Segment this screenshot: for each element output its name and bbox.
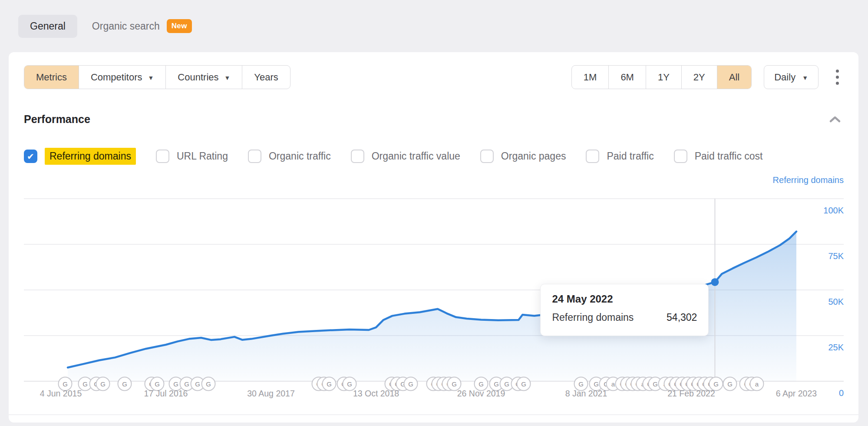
checkbox-label: Organic pages [501, 150, 566, 162]
update-marker-letter: G [195, 380, 200, 388]
update-marker-letter: G [521, 380, 526, 388]
series-legend-label: Referring domains [773, 175, 844, 185]
tooltip-metric-label: Referring domains [552, 312, 634, 323]
period-button-group: 1M 6M 1Y 2Y All [571, 65, 752, 89]
checkbox-icon: ✔ [24, 150, 37, 163]
chart-toolbar: Metrics Competitors ▼ Countries ▼ Years … [24, 65, 844, 89]
granularity-dropdown-label: Daily [774, 72, 795, 83]
hovered-data-point[interactable] [711, 278, 719, 286]
period-1m-label: 1M [584, 72, 597, 83]
y-axis-label: 0 [839, 388, 844, 398]
metric-checkbox-row: ✔ Referring domains ✔ URL Rating ✔ Organ… [24, 148, 763, 165]
checkbox-icon: ✔ [480, 150, 494, 163]
period-6m-label: 6M [620, 72, 634, 83]
y-axis-label: 25K [828, 343, 844, 353]
update-marker-letter: a [611, 380, 615, 388]
collapse-section-chevron-up-icon[interactable] [829, 116, 841, 125]
checkbox-organic-traffic-value[interactable]: ✔ Organic traffic value [351, 150, 460, 163]
update-marker-letter: G [479, 380, 484, 388]
update-marker-letter: G [327, 380, 332, 388]
update-marker-letter: G [83, 380, 88, 388]
x-axis-label: 8 Jan 2021 [565, 389, 607, 399]
update-marker-letter: G [653, 380, 658, 388]
competitors-dropdown-label: Competitors [91, 72, 142, 83]
x-axis-label: 21 Feb 2022 [667, 389, 715, 399]
update-marker-letter: G [122, 380, 127, 388]
update-marker-letter: G [504, 380, 509, 388]
filter-button-group: Metrics Competitors ▼ Countries ▼ Years [24, 65, 290, 89]
toolbar-right-cluster: 1M 6M 1Y 2Y All Daily ▼ [571, 65, 844, 89]
top-tab-bar: General Organic search New [0, 0, 868, 52]
update-marker-letter: G [347, 380, 352, 388]
update-marker-letter: a [755, 380, 759, 388]
tooltip-metric-value: 54,302 [667, 312, 697, 323]
update-marker-letter: G [100, 380, 106, 388]
tab-organic-search[interactable]: Organic search New [92, 19, 192, 33]
years-button[interactable]: Years [242, 66, 290, 89]
new-badge: New [167, 19, 192, 33]
x-axis-label: 6 Apr 2023 [776, 389, 817, 399]
x-axis-label: 17 Jul 2016 [144, 389, 188, 399]
performance-section-title: Performance [24, 113, 90, 126]
tooltip-date: 24 May 2022 [552, 293, 697, 305]
x-axis-label: 13 Oct 2018 [353, 389, 399, 399]
update-marker-letter: G [408, 380, 413, 388]
countries-dropdown[interactable]: Countries ▼ [165, 66, 242, 89]
checkbox-label: URL Rating [177, 150, 228, 162]
period-2y-button[interactable]: 2Y [681, 66, 717, 89]
checkbox-icon: ✔ [586, 150, 599, 163]
update-marker-letter: G [452, 380, 457, 388]
y-axis-label: 100K [823, 206, 844, 216]
update-marker-letter: G [206, 380, 211, 388]
period-all-button[interactable]: All [717, 66, 751, 89]
checkbox-url-rating[interactable]: ✔ URL Rating [156, 150, 228, 163]
checkbox-paid-traffic-cost[interactable]: ✔ Paid traffic cost [674, 150, 763, 163]
update-marker-letter: G [155, 380, 160, 388]
checkmark-icon: ✔ [27, 152, 34, 161]
chevron-down-icon: ▼ [224, 74, 231, 81]
metrics-button-label: Metrics [36, 72, 67, 83]
period-1m-button[interactable]: 1M [572, 66, 609, 89]
checkbox-icon: ✔ [351, 150, 364, 163]
update-marker-letter: G [594, 380, 599, 388]
y-axis-label: 75K [828, 251, 844, 261]
x-axis-label: 30 Aug 2017 [247, 389, 295, 399]
overview-card: GGGGGGGGGGGGGGGGGGGGGGGGGGGGGGGGGaGGGGaG… [9, 52, 858, 423]
period-1y-label: 1Y [658, 72, 670, 83]
chevron-down-icon: ▼ [148, 74, 154, 81]
section-divider [9, 414, 858, 415]
period-1y-button[interactable]: 1Y [646, 66, 681, 89]
competitors-dropdown[interactable]: Competitors ▼ [79, 66, 165, 89]
update-marker-letter: G [173, 380, 178, 388]
checkbox-icon: ✔ [248, 150, 261, 163]
checkbox-label: Referring domains [45, 148, 136, 165]
tab-general-label: General [30, 20, 66, 32]
performance-chart[interactable]: GGGGGGGGGGGGGGGGGGGGGGGGGGGGGGGGGaGGGGaG… [9, 52, 858, 423]
checkbox-label: Paid traffic cost [695, 150, 763, 162]
update-marker-letter: G [184, 380, 189, 388]
checkbox-label: Organic traffic [269, 150, 331, 162]
checkbox-icon: ✔ [156, 150, 169, 163]
checkbox-label: Paid traffic [607, 150, 653, 162]
countries-dropdown-label: Countries [178, 72, 218, 83]
granularity-dropdown[interactable]: Daily ▼ [764, 65, 818, 89]
checkbox-organic-pages[interactable]: ✔ Organic pages [480, 150, 566, 163]
x-axis-label: 26 Nov 2019 [457, 389, 505, 399]
update-marker-letter: G [63, 380, 68, 388]
metrics-button[interactable]: Metrics [24, 66, 79, 89]
y-axis-label: 50K [828, 297, 844, 307]
checkbox-referring-domains[interactable]: ✔ Referring domains [24, 148, 136, 165]
checkbox-icon: ✔ [674, 150, 687, 163]
x-axis-label: 4 Jun 2015 [40, 389, 82, 399]
kebab-menu-icon[interactable] [831, 65, 844, 89]
period-6m-button[interactable]: 6M [608, 66, 646, 89]
period-all-label: All [729, 72, 739, 83]
update-marker-letter: G [727, 380, 733, 388]
update-marker-letter: G [578, 380, 584, 388]
tab-general[interactable]: General [18, 15, 77, 38]
checkbox-organic-traffic[interactable]: ✔ Organic traffic [248, 150, 331, 163]
checkbox-paid-traffic[interactable]: ✔ Paid traffic [586, 150, 653, 163]
years-button-label: Years [254, 72, 278, 83]
update-marker-letter: G [494, 380, 499, 388]
checkbox-label: Organic traffic value [372, 150, 460, 162]
